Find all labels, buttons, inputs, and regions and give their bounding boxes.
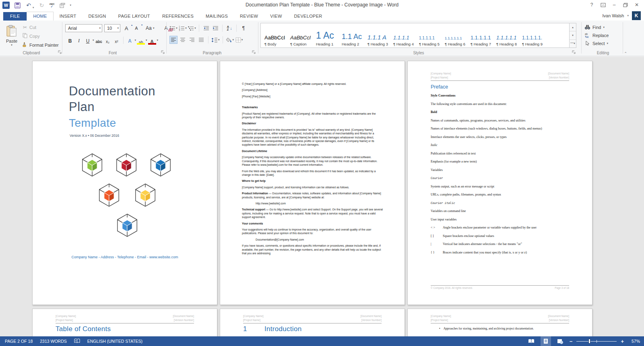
- cube-icon: [116, 213, 138, 237]
- multilevel-list-button[interactable]: ▾: [188, 24, 196, 32]
- style-item[interactable]: 1 Ac Heading 1: [315, 24, 341, 46]
- grow-font-button[interactable]: A▴: [122, 24, 130, 32]
- paste-button[interactable]: Paste ▾: [3, 24, 20, 50]
- select-icon: [584, 41, 590, 46]
- print-layout-button[interactable]: [541, 336, 551, 346]
- style-item[interactable]: 1.1 Ac Heading 2: [341, 24, 366, 46]
- help-icon[interactable]: ?: [586, 0, 597, 10]
- replace-button[interactable]: abac Replace: [584, 33, 609, 38]
- font-color-dropdown-icon[interactable]: ▾: [157, 39, 159, 42]
- font-color-button[interactable]: A: [148, 36, 156, 45]
- style-item[interactable]: AaBbCcl ¶ Caption: [289, 24, 315, 46]
- account-name[interactable]: Ivan Walsh: [602, 13, 624, 18]
- zoom-slider-thumb[interactable]: [588, 339, 590, 344]
- copy-button[interactable]: Copy: [22, 33, 59, 39]
- numbering-button[interactable]: 123 ▾: [179, 24, 187, 32]
- underline-button[interactable]: U: [84, 36, 92, 45]
- minimize-icon[interactable]: –: [609, 0, 620, 10]
- avatar[interactable]: K: [632, 11, 641, 20]
- paragraph-text: Documentation@[Company Name].com: [256, 238, 304, 241]
- ribbon-display-options-icon[interactable]: [597, 0, 609, 10]
- ribbon-tab[interactable]: VIEW: [264, 12, 288, 21]
- read-mode-icon: [528, 339, 535, 344]
- zoom-slider[interactable]: [576, 336, 617, 346]
- zoom-out-button[interactable]: −: [570, 338, 573, 344]
- document-canvas[interactable]: Documentation Plan Template Version X.x …: [0, 57, 644, 336]
- font-dialog-launcher-icon[interactable]: [161, 50, 165, 55]
- page-indicator[interactable]: PAGE 2 OF 18: [5, 339, 33, 344]
- proofing-errors-icon[interactable]: [74, 338, 80, 344]
- justify-button[interactable]: [197, 36, 205, 44]
- read-mode-button[interactable]: [526, 336, 537, 346]
- page-5-introduction[interactable]: [Company Name] [Project Name] [Document …: [220, 309, 405, 336]
- gallery-scroll-down-icon[interactable]: ▾: [570, 31, 576, 39]
- style-item[interactable]: 1.1.1.1.1 ¶ Heading 8: [495, 24, 521, 46]
- select-button[interactable]: Select ▾: [584, 41, 609, 46]
- format-painter-button[interactable]: Format Painter: [22, 42, 59, 48]
- subscript-button[interactable]: x₂: [104, 36, 112, 45]
- language-indicator[interactable]: ENGLISH (UNITED STATES): [87, 339, 142, 344]
- web-layout-button[interactable]: [555, 336, 566, 346]
- zoom-percentage[interactable]: 57%: [628, 339, 640, 344]
- underline-dropdown-icon[interactable]: ▾: [93, 39, 94, 42]
- restore-icon[interactable]: [620, 0, 631, 10]
- ribbon-tab[interactable]: INSERT: [54, 12, 83, 21]
- bullets-button[interactable]: ▾: [169, 24, 178, 32]
- highlight-button[interactable]: ab: [137, 36, 145, 45]
- style-item[interactable]: 1.1.1.1.1.1 ¶ Heading 6: [444, 24, 469, 46]
- ribbon-tab[interactable]: REVIEW: [234, 12, 264, 21]
- style-item[interactable]: 1.1.1.1 ¶ Heading 4: [392, 24, 418, 46]
- bold-button[interactable]: B: [66, 36, 74, 45]
- shading-button[interactable]: ▾: [226, 36, 234, 44]
- italic-button[interactable]: I: [75, 36, 83, 45]
- strikethrough-button[interactable]: abc: [95, 36, 103, 45]
- line-spacing-button[interactable]: ▾: [211, 36, 220, 44]
- find-button[interactable]: Find ▾: [584, 25, 609, 30]
- ribbon-tab[interactable]: REFERENCES: [156, 12, 200, 21]
- decrease-indent-button[interactable]: [202, 24, 210, 32]
- show-formatting-marks-button[interactable]: ¶: [239, 24, 248, 32]
- page-3-preface[interactable]: [Company Name] [Project Name] [Document …: [407, 61, 592, 305]
- superscript-button[interactable]: x²: [113, 36, 121, 45]
- ribbon-tab[interactable]: PAGE LAYOUT: [112, 12, 156, 21]
- style-item[interactable]: 1.1.1.1.1 ¶ Heading 7: [469, 24, 495, 46]
- highlight-dropdown-icon[interactable]: ▾: [146, 39, 147, 42]
- text-effects-button[interactable]: A: [126, 36, 134, 45]
- style-item[interactable]: 1.1.1.1.1. ¶ Heading 9: [521, 24, 547, 46]
- style-item[interactable]: 1.1.1 A ¶ Heading 3: [366, 24, 392, 46]
- increase-indent-button[interactable]: [211, 24, 219, 32]
- page-2-legal[interactable]: © [Year] [Company Name] or a [Company Na…: [220, 61, 405, 305]
- text-effects-dropdown-icon[interactable]: ▾: [135, 39, 136, 42]
- page-1-cover[interactable]: Documentation Plan Template Version X.x …: [32, 61, 217, 305]
- page-6[interactable]: [Company Name] [Project Name] [Document …: [407, 309, 592, 336]
- close-icon[interactable]: ✕: [631, 0, 642, 10]
- font-family-select[interactable]: Arial ▾: [65, 24, 102, 32]
- account-dropdown-icon[interactable]: ▾: [627, 14, 629, 17]
- ribbon-tab[interactable]: DEVELOPER: [288, 12, 328, 21]
- ribbon-tab[interactable]: HOME: [27, 12, 53, 21]
- page-header: [Company Name] [Project Name] [Document …: [56, 314, 194, 323]
- paste-dropdown-icon[interactable]: ▾: [11, 43, 12, 47]
- style-item[interactable]: 1.1.1.1.1 ¶ Heading 5: [418, 24, 444, 46]
- align-left-button[interactable]: [169, 36, 178, 44]
- shrink-font-button[interactable]: A▾: [132, 24, 140, 32]
- collapse-ribbon-icon[interactable]: ⌃: [624, 51, 627, 56]
- change-case-button[interactable]: Aa ▾: [146, 24, 155, 32]
- ribbon-tab[interactable]: DESIGN: [83, 12, 112, 21]
- word-count[interactable]: 2313 WORDS: [40, 339, 67, 344]
- sort-button[interactable]: AZ ↓: [225, 24, 233, 32]
- cut-button[interactable]: ✂ Cut: [22, 25, 59, 30]
- page-4-toc[interactable]: [Company Name] [Project Name] [Document …: [32, 309, 217, 336]
- font-size-select[interactable]: 10 ▾: [104, 24, 120, 32]
- ribbon-tab[interactable]: MAILINGS: [200, 12, 234, 21]
- style-item[interactable]: AaBbCcI ¶ Body: [263, 24, 289, 46]
- gallery-expand-icon[interactable]: ▾: [570, 40, 576, 47]
- zoom-in-button[interactable]: +: [621, 338, 624, 344]
- borders-button[interactable]: ▾: [235, 36, 243, 44]
- align-center-button[interactable]: [179, 36, 187, 44]
- ribbon-tab[interactable]: FILE: [3, 12, 27, 21]
- align-right-button[interactable]: [188, 36, 196, 44]
- paragraph-dialog-launcher-icon[interactable]: [252, 50, 256, 55]
- styles-dialog-launcher-icon[interactable]: [572, 50, 576, 55]
- gallery-scroll-up-icon[interactable]: ▴: [570, 23, 576, 31]
